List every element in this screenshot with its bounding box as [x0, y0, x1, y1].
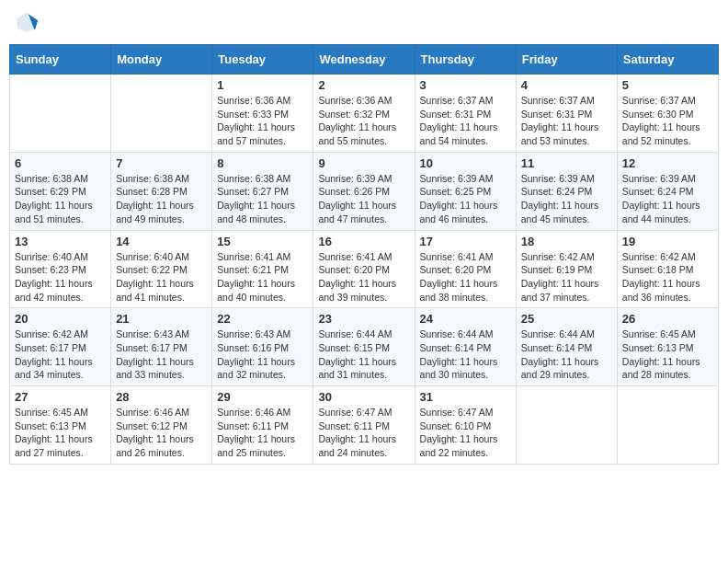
day-number: 1	[217, 78, 308, 92]
calendar-cell: 20Sunrise: 6:42 AMSunset: 6:17 PMDayligh…	[10, 308, 111, 386]
day-number: 3	[420, 78, 511, 92]
weekday-thursday: Thursday	[415, 45, 516, 75]
day-info: Sunrise: 6:41 AMSunset: 6:21 PMDaylight:…	[217, 250, 308, 304]
day-info: Sunrise: 6:37 AMSunset: 6:31 PMDaylight:…	[420, 94, 511, 148]
calendar-cell: 2Sunrise: 6:36 AMSunset: 6:32 PMDaylight…	[313, 75, 415, 153]
weekday-tuesday: Tuesday	[212, 45, 313, 75]
day-info: Sunrise: 6:46 AMSunset: 6:11 PMDaylight:…	[217, 406, 308, 460]
day-info: Sunrise: 6:41 AMSunset: 6:20 PMDaylight:…	[318, 250, 409, 304]
day-info: Sunrise: 6:43 AMSunset: 6:17 PMDaylight:…	[116, 327, 207, 382]
calendar-table: SundayMondayTuesdayWednesdayThursdayFrid…	[9, 44, 719, 465]
day-number: 23	[318, 312, 409, 326]
day-info: Sunrise: 6:39 AMSunset: 6:24 PMDaylight:…	[521, 172, 612, 226]
day-info: Sunrise: 6:42 AMSunset: 6:17 PMDaylight:…	[15, 327, 106, 382]
calendar-cell: 23Sunrise: 6:44 AMSunset: 6:15 PMDayligh…	[313, 308, 415, 386]
calendar-cell: 27Sunrise: 6:45 AMSunset: 6:13 PMDayligh…	[10, 386, 111, 465]
day-number: 27	[15, 390, 106, 404]
day-number: 28	[116, 390, 207, 404]
calendar-cell: 24Sunrise: 6:44 AMSunset: 6:14 PMDayligh…	[415, 308, 516, 386]
calendar-cell: 17Sunrise: 6:41 AMSunset: 6:20 PMDayligh…	[415, 230, 516, 308]
weekday-wednesday: Wednesday	[313, 45, 415, 75]
day-number: 17	[420, 235, 511, 248]
weekday-header-row: SundayMondayTuesdayWednesdayThursdayFrid…	[10, 45, 719, 75]
weekday-friday: Friday	[516, 45, 617, 75]
day-number: 18	[521, 235, 612, 248]
day-number: 7	[116, 156, 207, 170]
calendar-cell: 14Sunrise: 6:40 AMSunset: 6:22 PMDayligh…	[111, 230, 212, 308]
calendar-cell	[617, 386, 718, 465]
calendar-cell: 25Sunrise: 6:44 AMSunset: 6:14 PMDayligh…	[516, 308, 617, 386]
day-number: 13	[15, 235, 106, 248]
week-row-1: 1Sunrise: 6:36 AMSunset: 6:33 PMDaylight…	[10, 75, 719, 153]
day-number: 11	[521, 156, 612, 170]
day-number: 4	[521, 78, 612, 92]
day-info: Sunrise: 6:37 AMSunset: 6:31 PMDaylight:…	[521, 94, 612, 148]
day-number: 10	[420, 156, 511, 170]
weekday-saturday: Saturday	[617, 45, 718, 75]
day-number: 2	[318, 78, 409, 92]
day-number: 15	[217, 235, 308, 248]
day-info: Sunrise: 6:45 AMSunset: 6:13 PMDaylight:…	[622, 327, 713, 382]
week-row-4: 20Sunrise: 6:42 AMSunset: 6:17 PMDayligh…	[10, 308, 719, 386]
calendar-cell: 21Sunrise: 6:43 AMSunset: 6:17 PMDayligh…	[111, 308, 212, 386]
day-info: Sunrise: 6:40 AMSunset: 6:23 PMDaylight:…	[15, 250, 106, 304]
calendar-cell: 19Sunrise: 6:42 AMSunset: 6:18 PMDayligh…	[617, 230, 718, 308]
week-row-5: 27Sunrise: 6:45 AMSunset: 6:13 PMDayligh…	[10, 386, 719, 465]
day-number: 8	[217, 156, 308, 170]
day-number: 22	[217, 312, 308, 326]
day-info: Sunrise: 6:36 AMSunset: 6:33 PMDaylight:…	[217, 94, 308, 148]
header	[9, 9, 719, 35]
calendar-cell: 8Sunrise: 6:38 AMSunset: 6:27 PMDaylight…	[212, 152, 313, 230]
weekday-sunday: Sunday	[10, 45, 111, 75]
day-info: Sunrise: 6:44 AMSunset: 6:14 PMDaylight:…	[521, 327, 612, 382]
day-number: 12	[622, 156, 713, 170]
calendar-cell: 6Sunrise: 6:38 AMSunset: 6:29 PMDaylight…	[10, 152, 111, 230]
day-number: 20	[15, 312, 106, 326]
day-info: Sunrise: 6:41 AMSunset: 6:20 PMDaylight:…	[420, 250, 511, 304]
logo-icon	[14, 9, 40, 35]
day-info: Sunrise: 6:39 AMSunset: 6:26 PMDaylight:…	[318, 172, 409, 226]
day-info: Sunrise: 6:43 AMSunset: 6:16 PMDaylight:…	[217, 327, 308, 382]
day-info: Sunrise: 6:46 AMSunset: 6:12 PMDaylight:…	[116, 406, 207, 460]
calendar-cell: 3Sunrise: 6:37 AMSunset: 6:31 PMDaylight…	[415, 75, 516, 153]
day-number: 21	[116, 312, 207, 326]
calendar-cell: 13Sunrise: 6:40 AMSunset: 6:23 PMDayligh…	[10, 230, 111, 308]
calendar-cell: 18Sunrise: 6:42 AMSunset: 6:19 PMDayligh…	[516, 230, 617, 308]
calendar-cell: 22Sunrise: 6:43 AMSunset: 6:16 PMDayligh…	[212, 308, 313, 386]
day-info: Sunrise: 6:45 AMSunset: 6:13 PMDaylight:…	[15, 406, 106, 460]
day-number: 26	[622, 312, 713, 326]
calendar-cell: 16Sunrise: 6:41 AMSunset: 6:20 PMDayligh…	[313, 230, 415, 308]
day-number: 25	[521, 312, 612, 326]
calendar-cell: 26Sunrise: 6:45 AMSunset: 6:13 PMDayligh…	[617, 308, 718, 386]
calendar-cell: 4Sunrise: 6:37 AMSunset: 6:31 PMDaylight…	[516, 75, 617, 153]
calendar-cell: 9Sunrise: 6:39 AMSunset: 6:26 PMDaylight…	[313, 152, 415, 230]
calendar-cell: 5Sunrise: 6:37 AMSunset: 6:30 PMDaylight…	[617, 75, 718, 153]
calendar-cell: 7Sunrise: 6:38 AMSunset: 6:28 PMDaylight…	[111, 152, 212, 230]
day-info: Sunrise: 6:42 AMSunset: 6:19 PMDaylight:…	[521, 250, 612, 304]
day-number: 30	[318, 390, 409, 404]
calendar-cell: 12Sunrise: 6:39 AMSunset: 6:24 PMDayligh…	[617, 152, 718, 230]
calendar-cell	[516, 386, 617, 465]
day-info: Sunrise: 6:36 AMSunset: 6:32 PMDaylight:…	[318, 94, 409, 148]
calendar-cell: 31Sunrise: 6:47 AMSunset: 6:10 PMDayligh…	[415, 386, 516, 465]
week-row-3: 13Sunrise: 6:40 AMSunset: 6:23 PMDayligh…	[10, 230, 719, 308]
day-number: 9	[318, 156, 409, 170]
day-info: Sunrise: 6:47 AMSunset: 6:11 PMDaylight:…	[318, 406, 409, 460]
calendar-cell: 30Sunrise: 6:47 AMSunset: 6:11 PMDayligh…	[313, 386, 415, 465]
day-info: Sunrise: 6:44 AMSunset: 6:15 PMDaylight:…	[318, 327, 409, 382]
day-number: 16	[318, 235, 409, 248]
day-info: Sunrise: 6:38 AMSunset: 6:28 PMDaylight:…	[116, 172, 207, 226]
calendar-cell: 29Sunrise: 6:46 AMSunset: 6:11 PMDayligh…	[212, 386, 313, 465]
day-info: Sunrise: 6:38 AMSunset: 6:27 PMDaylight:…	[217, 172, 308, 226]
day-number: 31	[420, 390, 511, 404]
day-info: Sunrise: 6:39 AMSunset: 6:25 PMDaylight:…	[420, 172, 511, 226]
calendar-cell: 10Sunrise: 6:39 AMSunset: 6:25 PMDayligh…	[415, 152, 516, 230]
calendar-cell: 28Sunrise: 6:46 AMSunset: 6:12 PMDayligh…	[111, 386, 212, 465]
day-number: 6	[15, 156, 106, 170]
day-number: 29	[217, 390, 308, 404]
calendar-cell: 11Sunrise: 6:39 AMSunset: 6:24 PMDayligh…	[516, 152, 617, 230]
day-info: Sunrise: 6:47 AMSunset: 6:10 PMDaylight:…	[420, 406, 511, 460]
calendar-cell	[111, 75, 212, 153]
calendar-cell: 15Sunrise: 6:41 AMSunset: 6:21 PMDayligh…	[212, 230, 313, 308]
day-info: Sunrise: 6:37 AMSunset: 6:30 PMDaylight:…	[622, 94, 713, 148]
